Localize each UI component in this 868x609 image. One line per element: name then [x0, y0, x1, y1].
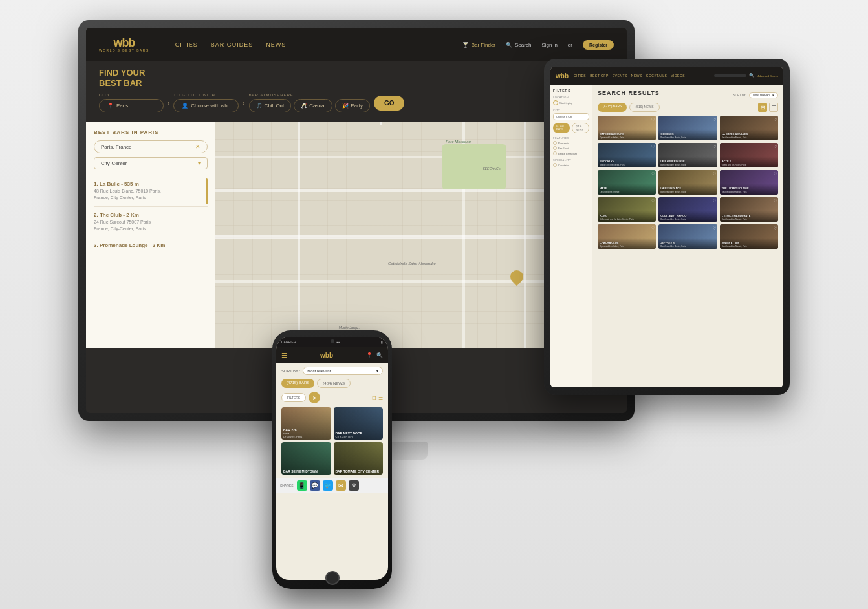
tablet-card-6[interactable]: ♡ MAZE La Colombiere, France — [598, 170, 656, 195]
tablet-nav-cocktails[interactable]: COCKTAILS — [646, 74, 667, 78]
city-input[interactable]: 📍 Paris — [99, 99, 164, 112]
tablet-card-1[interactable]: ♡ GEORGES Bastille and the Marais, Paris — [658, 116, 717, 140]
nav-cities[interactable]: CITIES — [175, 41, 198, 48]
atm-chill-button[interactable]: 🎵 Chill Out — [249, 99, 292, 112]
tablet-nav-videos[interactable]: VIDEOS — [671, 74, 685, 78]
mobile-home-button[interactable] — [325, 571, 340, 585]
tablet-card-11[interactable]: ♡ L'ETOILE MANQUANTE Bastille and the Ma… — [720, 197, 778, 222]
mobile-card-2[interactable]: BAR SEINE MIDTOWN — [281, 442, 331, 475]
sidebar-search-field[interactable]: Paris, France ✕ — [94, 140, 208, 153]
favorite-icon[interactable]: ♡ — [651, 144, 655, 149]
mobile-tab-bars[interactable]: (4715) BARS — [281, 379, 314, 388]
atm-party-button[interactable]: 🎉 Party — [335, 99, 370, 112]
tablet-card-8[interactable]: ♡ THE LIZARD LOUNGE Bastille and the Mar… — [720, 170, 778, 195]
feature-check[interactable] — [553, 141, 557, 145]
tablet-device: wbb CITIES BEST OFP EVENTS NEWS COCKTAIL… — [544, 59, 790, 395]
grid-view-icon[interactable]: ⊞ — [372, 395, 376, 401]
tablet-tab-news[interactable]: (519) NEWS — [572, 123, 589, 133]
site-logo: wbb WORLD'S BEST BARS — [99, 37, 149, 52]
sign-in-link[interactable]: Sign in — [541, 42, 557, 48]
favorite-icon[interactable]: ♡ — [713, 171, 716, 176]
favorite-icon[interactable]: ♡ — [651, 198, 655, 203]
mobile-tab-news[interactable]: (484) NEWS — [317, 379, 351, 388]
filters-title: FILTERS — [553, 89, 589, 92]
result-tab-news[interactable]: (519) NEWS — [629, 103, 659, 112]
sort-chevron-icon: ▾ — [772, 94, 774, 97]
result-tab-bars[interactable]: (4715) BARS — [598, 103, 627, 112]
mobile-content: SORT BY : Most relevant ▾ (4715) BARS (4… — [276, 363, 388, 478]
feature-check[interactable] — [553, 151, 557, 155]
favorite-icon[interactable]: ♡ — [713, 198, 716, 203]
tablet-card-14[interactable]: ♡ JULES ET JIM Bastille and the Marais, … — [720, 224, 778, 249]
go-button[interactable]: GO — [374, 96, 405, 111]
favorite-icon[interactable]: ♡ — [774, 226, 777, 230]
bar-list-item-3[interactable]: 3. Promenade Lounge - 2 Km — [94, 237, 208, 255]
sort-select[interactable]: Most relevant ▾ — [749, 92, 778, 98]
sidebar-dropdown[interactable]: City-Center ▾ — [94, 157, 208, 169]
mobile-search-icon[interactable]: 🔍 — [376, 352, 383, 358]
mobile-card-0[interactable]: BAR 228 6 KM Le Louvre, Paris — [281, 407, 331, 440]
favorite-icon[interactable]: ♡ — [774, 171, 777, 176]
favorite-icon[interactable]: ♡ — [713, 117, 716, 122]
feature-check-cocktails[interactable] — [553, 163, 557, 167]
favorite-icon[interactable]: ♡ — [713, 144, 716, 149]
tablet-nav-news[interactable]: NEWS — [631, 74, 642, 78]
mobile-locate-button[interactable]: ➤ — [309, 392, 320, 403]
register-button[interactable]: Register — [583, 40, 614, 50]
favorite-icon[interactable]: ♡ — [713, 226, 716, 230]
mobile-sort-select[interactable]: Most relevant ▾ — [303, 367, 383, 375]
tablet-card-12[interactable]: ♡ CHACHA CLUB Opera and Les Halles, Pari… — [598, 224, 656, 249]
nav-bar-guides[interactable]: BAR GUIDES — [211, 41, 254, 48]
list-view-button[interactable]: ☰ — [769, 103, 778, 112]
tablet-card-4[interactable]: ♡ LE BARBEROUSSE Bastille and the Marais… — [658, 143, 717, 167]
twitter-share-button[interactable]: 🐦 — [323, 480, 333, 491]
email-share-button[interactable]: ✉ — [336, 480, 346, 491]
sidebar-clear-button[interactable]: ✕ — [195, 144, 201, 150]
favorite-icon[interactable]: ♡ — [651, 226, 655, 230]
tablet-card-0[interactable]: ♡ CAFE BEAUBOURG Opera and Les Halles, P… — [598, 116, 656, 140]
feature-check[interactable] — [553, 146, 557, 150]
results-title: SEARCH RESULTS — [598, 90, 660, 96]
tablet-city-input[interactable]: Choose a City — [553, 113, 589, 120]
tablet-card-13[interactable]: ♡ JEFFREY'S Bastille and the Marais, Par… — [658, 224, 717, 249]
favorite-icon[interactable]: ♡ — [651, 171, 655, 176]
nav-news[interactable]: NEWS — [266, 41, 286, 48]
tablet-nav-events[interactable]: EVENTS — [613, 74, 627, 78]
list-view-icon[interactable]: ☰ — [378, 395, 383, 401]
tablet-tab-bars[interactable]: (4715) BARS — [553, 123, 570, 133]
tablet-search-input[interactable] — [714, 74, 746, 77]
tablet-card-10[interactable]: ♡ CLUB ANDY WAHOO Bastille and the Marai… — [658, 197, 717, 222]
atm-casual-button[interactable]: 🥂 Casual — [294, 99, 332, 112]
favorite-icon[interactable]: ♡ — [774, 144, 777, 149]
bar-finder-label: Bar Finder — [472, 42, 495, 48]
tablet-advanced-link[interactable]: Advanced Search — [757, 74, 778, 78]
sidebar-city-value: Paris, France — [101, 144, 193, 150]
bar-finder-button[interactable]: 🍸 Bar Finder — [462, 42, 495, 48]
tablet-search-icon[interactable]: 🔍 — [749, 73, 755, 78]
whatsapp-share-button[interactable]: 📱 — [297, 480, 307, 491]
location-icon[interactable]: 📍 — [366, 352, 373, 358]
tablet-card-5[interactable]: ♡ ACTE 2 Opera and Les Halles, Paris — [720, 143, 778, 167]
grid-view-button[interactable]: ⊞ — [758, 103, 767, 112]
favorite-icon[interactable]: ♡ — [774, 117, 777, 122]
go-out-input[interactable]: 👤 Choose with who — [173, 99, 239, 112]
favorite-icon[interactable]: ♡ — [651, 117, 655, 122]
bar-list-item-1[interactable]: 1. La Bulle - 535 m 48 Rue Louis Blanc, … — [94, 176, 208, 207]
mobile-filters-button[interactable]: FILTERS — [281, 393, 306, 402]
mobile-card-1[interactable]: BAR NEXT DOOR CITY-CENTER — [334, 407, 384, 440]
tablet-nav-bestof[interactable]: BEST OFP — [590, 74, 609, 78]
mobile-action-row: FILTERS ➤ ⊞ ☰ — [281, 392, 383, 403]
tablet-card-9[interactable]: ♡ KONG St Germain and the Latin Quarter,… — [598, 197, 656, 222]
tablet-nav-cities[interactable]: CITIES — [574, 74, 586, 78]
messenger-share-button[interactable]: 💬 — [310, 480, 320, 491]
tablet-card-3[interactable]: ♡ BROOKLYN Bastille and the Marais, Pari… — [598, 143, 656, 167]
tablet-search-bar: 🔍 Advanced Search — [714, 73, 778, 78]
favorite-icon[interactable]: ♡ — [774, 198, 777, 203]
other-share-button[interactable]: ♛ — [349, 480, 359, 491]
bar-list-item-2[interactable]: 2. The Club - 2 Km 24 Rue Surcouf 75007 … — [94, 207, 208, 238]
tablet-card-2[interactable]: ♡ LA CAVES A BULLES Bastille and the Mar… — [720, 116, 778, 140]
hamburger-menu-button[interactable]: ☰ — [281, 352, 287, 359]
search-button[interactable]: 🔍 Search — [506, 42, 531, 48]
mobile-card-3[interactable]: BAR TOMATE CITY CENTER — [334, 442, 384, 475]
tablet-card-7[interactable]: ♡ LA RESISTANCE Bastille and the Marais,… — [658, 170, 717, 195]
